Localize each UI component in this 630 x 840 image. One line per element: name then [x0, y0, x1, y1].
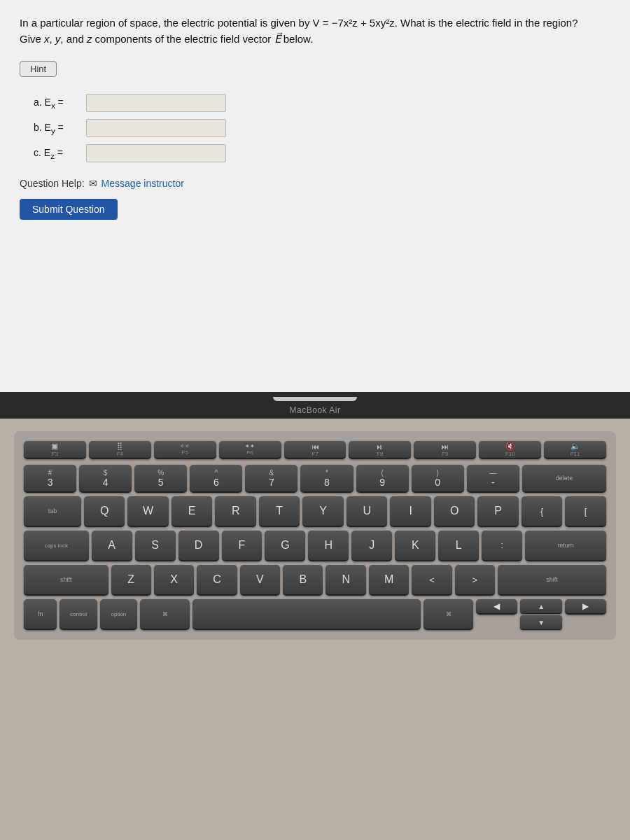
- key-period[interactable]: >: [455, 565, 495, 596]
- key-d[interactable]: D: [178, 531, 219, 561]
- field-row-ex: a. Ex =: [34, 94, 610, 112]
- key-a[interactable]: A: [92, 531, 132, 561]
- key-minus[interactable]: — -: [467, 465, 519, 493]
- key-option[interactable]: option: [100, 599, 137, 630]
- key-rbracket[interactable]: [: [565, 496, 606, 527]
- key-return[interactable]: return: [525, 531, 606, 561]
- key-w[interactable]: W: [127, 496, 169, 527]
- key-comma[interactable]: <: [412, 565, 451, 596]
- num-row: # 3 $ 4 % 5 ^ 6 & 7 * 8: [24, 465, 606, 493]
- screen-notch-area: [0, 396, 630, 402]
- message-instructor-link[interactable]: Message instructor: [102, 178, 184, 189]
- key-f10[interactable]: 🔇 F10: [479, 441, 541, 459]
- key-b[interactable]: B: [283, 565, 323, 596]
- key-shift-right[interactable]: shift: [498, 565, 606, 596]
- home-row: caps lock A S D F G H J: [24, 531, 606, 561]
- key-f6[interactable]: ✦✦ F6: [219, 441, 281, 459]
- key-tab[interactable]: tab: [24, 496, 81, 527]
- key-r[interactable]: R: [215, 496, 256, 527]
- key-f4[interactable]: ⣿ F4: [89, 441, 151, 459]
- key-g[interactable]: G: [265, 531, 305, 561]
- input-ey[interactable]: [86, 119, 226, 137]
- fields-container: a. Ex = b. Ey = c. Ez =: [34, 94, 610, 162]
- key-command-left[interactable]: ⌘: [140, 599, 190, 630]
- question-help: Question Help: ✉ Message instructor: [20, 178, 610, 189]
- submit-question-button[interactable]: Submit Question: [20, 199, 118, 220]
- key-n[interactable]: N: [326, 565, 365, 596]
- key-m[interactable]: M: [369, 565, 409, 596]
- shift-row: shift Z X C V B N M <: [24, 565, 606, 596]
- hint-button[interactable]: Hint: [20, 61, 57, 77]
- key-f9[interactable]: ⏭ F9: [414, 441, 476, 459]
- keyboard-bezel: ▣ F3 ⣿ F4 ✧✧ F5 ✦✦ F6 ⏮ F7 ⏯ F8: [0, 419, 630, 840]
- key-y[interactable]: Y: [302, 496, 344, 527]
- problem-statement: In a particular region of space, the ele…: [20, 15, 594, 47]
- key-shift-left[interactable]: shift: [24, 565, 108, 596]
- key-capslock[interactable]: caps lock: [24, 531, 89, 561]
- key-arrow-left[interactable]: ◀: [476, 599, 517, 615]
- key-5[interactable]: % 5: [134, 465, 187, 493]
- field-row-ey: b. Ey =: [34, 119, 610, 137]
- key-8[interactable]: * 8: [300, 465, 353, 493]
- question-help-label: Question Help:: [20, 178, 85, 189]
- key-l[interactable]: L: [438, 531, 479, 561]
- key-i[interactable]: I: [390, 496, 431, 527]
- key-fn[interactable]: fn: [24, 599, 57, 630]
- key-arrow-down[interactable]: ▼: [520, 615, 561, 630]
- key-lbracket[interactable]: {: [522, 496, 563, 527]
- keyboard: ▣ F3 ⣿ F4 ✧✧ F5 ✦✦ F6 ⏮ F7 ⏯ F8: [14, 431, 616, 640]
- key-q[interactable]: Q: [84, 496, 125, 527]
- key-j[interactable]: J: [351, 531, 392, 561]
- key-arrow-right[interactable]: ▶: [565, 599, 606, 615]
- field-label-ey: b. Ey =: [34, 122, 86, 135]
- key-h[interactable]: H: [308, 531, 349, 561]
- key-0[interactable]: ) 0: [412, 465, 464, 493]
- key-6[interactable]: ^ 6: [190, 465, 242, 493]
- key-9[interactable]: ( 9: [356, 465, 409, 493]
- key-control[interactable]: control: [59, 599, 97, 630]
- envelope-icon: ✉: [89, 178, 97, 189]
- input-ex[interactable]: [86, 94, 226, 112]
- key-f[interactable]: F: [222, 531, 262, 561]
- screen-area: In a particular region of space, the ele…: [0, 0, 630, 392]
- key-f8[interactable]: ⏯ F8: [349, 441, 411, 459]
- key-k[interactable]: K: [395, 531, 435, 561]
- key-t[interactable]: T: [259, 496, 300, 527]
- key-v[interactable]: V: [240, 565, 280, 596]
- key-f11[interactable]: 🔈 F11: [544, 441, 606, 459]
- macbook-label: MacBook Air: [0, 402, 630, 419]
- key-arrow-up[interactable]: ▲: [520, 599, 561, 614]
- key-u[interactable]: U: [346, 496, 388, 527]
- key-3[interactable]: # 3: [24, 465, 76, 493]
- key-f3[interactable]: ▣ F3: [24, 441, 86, 459]
- key-command-right[interactable]: ⌘: [424, 599, 473, 630]
- key-space[interactable]: [192, 599, 421, 630]
- key-7[interactable]: & 7: [245, 465, 298, 493]
- key-o[interactable]: O: [434, 496, 475, 527]
- bottom-row: fn control option ⌘ ⌘ ◀ ▲: [24, 599, 606, 630]
- field-row-ez: c. Ez =: [34, 144, 610, 162]
- key-f7[interactable]: ⏮ F7: [284, 441, 346, 459]
- screen-notch: [273, 397, 357, 401]
- key-f5[interactable]: ✧✧ F5: [154, 441, 216, 459]
- key-x[interactable]: X: [154, 565, 194, 596]
- key-s[interactable]: S: [135, 531, 176, 561]
- key-semicolon[interactable]: :: [482, 531, 522, 561]
- key-p[interactable]: P: [477, 496, 519, 527]
- key-z[interactable]: Z: [111, 565, 151, 596]
- field-label-ex: a. Ex =: [34, 97, 86, 110]
- input-ez[interactable]: [86, 144, 226, 162]
- key-e[interactable]: E: [172, 496, 213, 527]
- key-backspace[interactable]: delete: [522, 465, 606, 493]
- fn-row: ▣ F3 ⣿ F4 ✧✧ F5 ✦✦ F6 ⏮ F7 ⏯ F8: [24, 441, 606, 459]
- qwerty-row: tab Q W E R T Y U I: [24, 496, 606, 527]
- key-4[interactable]: $ 4: [79, 465, 132, 493]
- field-label-ez: c. Ez =: [34, 147, 86, 160]
- key-c[interactable]: C: [197, 565, 237, 596]
